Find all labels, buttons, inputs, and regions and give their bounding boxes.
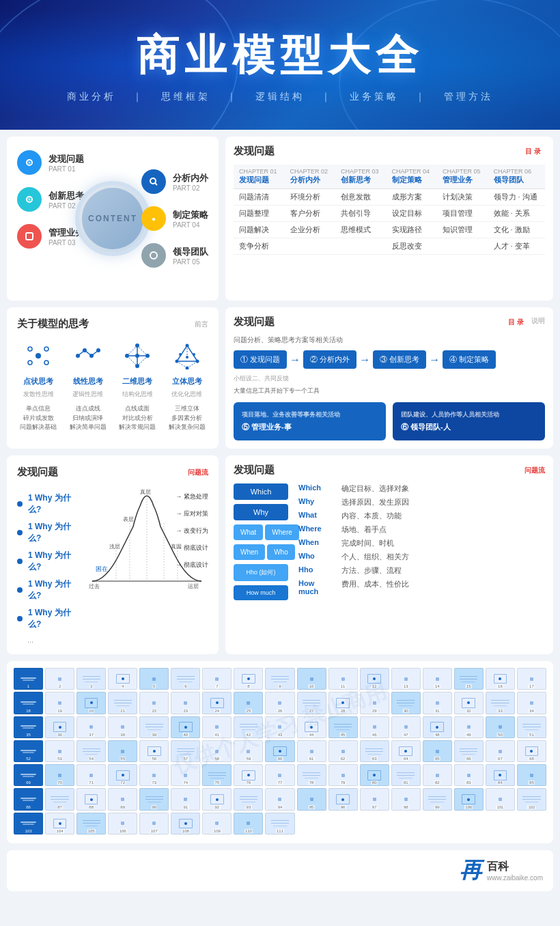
slide-thumb-88[interactable]: 88 xyxy=(76,788,106,810)
slide-thumb-1[interactable]: 1 xyxy=(14,668,43,690)
slide-thumb-60[interactable]: 60 xyxy=(265,740,294,762)
slide-thumb-15[interactable]: 15 xyxy=(454,668,484,690)
slide-thumb-7[interactable]: 7 xyxy=(202,668,232,690)
slide-thumb-65[interactable]: 65 xyxy=(423,740,452,762)
slide-thumb-45[interactable]: 45 xyxy=(328,716,358,738)
slide-thumb-107[interactable]: 107 xyxy=(139,813,169,834)
slide-thumb-70[interactable]: 70 xyxy=(45,764,74,786)
slide-thumb-85[interactable]: 85 xyxy=(517,764,546,786)
slide-thumb-49[interactable]: 49 xyxy=(454,716,484,738)
slide-thumb-98[interactable]: 98 xyxy=(391,788,421,810)
slide-thumb-111[interactable]: 111 xyxy=(265,813,294,834)
slide-thumb-78[interactable]: 78 xyxy=(297,764,326,786)
slide-thumb-86[interactable]: 86 xyxy=(14,788,43,810)
slide-thumb-79[interactable]: 79 xyxy=(328,764,358,786)
slide-thumb-10[interactable]: 10 xyxy=(297,668,326,690)
slide-thumb-64[interactable]: 64 xyxy=(391,740,421,762)
slide-thumb-94[interactable]: 94 xyxy=(265,788,294,810)
slide-thumb-52[interactable]: 52 xyxy=(14,740,43,762)
slide-thumb-93[interactable]: 93 xyxy=(234,788,263,810)
slide-thumb-97[interactable]: 97 xyxy=(360,788,389,810)
slide-thumb-42[interactable]: 42 xyxy=(234,716,263,738)
slide-thumb-95[interactable]: 95 xyxy=(297,788,326,810)
slide-thumb-61[interactable]: 61 xyxy=(297,740,326,762)
slide-thumb-3[interactable]: 3 xyxy=(76,668,106,690)
slide-thumb-108[interactable]: 108 xyxy=(171,813,200,834)
slide-thumb-12[interactable]: 12 xyxy=(360,668,389,690)
slide-thumb-9[interactable]: 9 xyxy=(265,668,294,690)
slide-thumb-99[interactable]: 99 xyxy=(423,788,452,810)
slide-thumb-30[interactable]: 30 xyxy=(391,692,421,714)
slide-thumb-4[interactable]: 4 xyxy=(108,668,137,690)
slide-thumb-109[interactable]: 109 xyxy=(202,813,232,834)
slide-thumb-87[interactable]: 87 xyxy=(45,788,74,810)
slide-thumb-50[interactable]: 50 xyxy=(486,716,515,738)
slide-thumb-26[interactable]: 26 xyxy=(265,692,294,714)
slide-thumb-77[interactable]: 77 xyxy=(265,764,294,786)
slide-thumb-104[interactable]: 104 xyxy=(45,813,74,834)
slide-thumb-53[interactable]: 53 xyxy=(45,740,74,762)
slide-thumb-28[interactable]: 28 xyxy=(328,692,358,714)
slide-thumb-24[interactable]: 24 xyxy=(202,692,232,714)
slide-thumb-36[interactable]: 36 xyxy=(45,716,74,738)
slide-thumb-51[interactable]: 51 xyxy=(517,716,546,738)
slide-thumb-14[interactable]: 14 xyxy=(423,668,452,690)
slide-thumb-103[interactable]: 103 xyxy=(14,813,43,834)
slide-thumb-48[interactable]: 48 xyxy=(423,716,452,738)
slide-thumb-84[interactable]: 84 xyxy=(486,764,515,786)
slide-thumb-75[interactable]: 75 xyxy=(202,764,232,786)
slide-thumb-38[interactable]: 38 xyxy=(108,716,137,738)
slide-thumb-66[interactable]: 66 xyxy=(454,740,484,762)
slide-thumb-92[interactable]: 92 xyxy=(202,788,232,810)
slide-thumb-31[interactable]: 31 xyxy=(423,692,452,714)
slide-thumb-16[interactable]: 16 xyxy=(486,668,515,690)
slide-thumb-34[interactable]: 34 xyxy=(517,692,546,714)
slide-thumb-33[interactable]: 33 xyxy=(486,692,515,714)
slide-thumb-13[interactable]: 13 xyxy=(391,668,421,690)
slide-thumb-83[interactable]: 83 xyxy=(454,764,484,786)
slide-thumb-89[interactable]: 89 xyxy=(108,788,137,810)
slide-thumb-41[interactable]: 41 xyxy=(202,716,232,738)
slide-thumb-67[interactable]: 67 xyxy=(486,740,515,762)
slide-thumb-102[interactable]: 102 xyxy=(517,788,546,810)
slide-thumb-90[interactable]: 90 xyxy=(139,788,169,810)
slide-thumb-73[interactable]: 73 xyxy=(139,764,169,786)
slide-thumb-56[interactable]: 56 xyxy=(139,740,169,762)
slide-thumb-106[interactable]: 106 xyxy=(108,813,137,834)
slide-thumb-23[interactable]: 23 xyxy=(171,692,200,714)
slide-thumb-35[interactable]: 35 xyxy=(14,716,43,738)
slide-thumb-43[interactable]: 43 xyxy=(265,716,294,738)
slide-thumb-68[interactable]: 68 xyxy=(517,740,546,762)
slide-thumb-54[interactable]: 54 xyxy=(76,740,106,762)
slide-thumb-62[interactable]: 62 xyxy=(328,740,358,762)
slide-thumb-110[interactable]: 110 xyxy=(234,813,263,834)
slide-thumb-59[interactable]: 59 xyxy=(234,740,263,762)
slide-thumb-81[interactable]: 81 xyxy=(391,764,421,786)
slide-thumb-57[interactable]: 57 xyxy=(171,740,200,762)
slide-thumb-80[interactable]: 80 xyxy=(360,764,389,786)
slide-thumb-19[interactable]: 19 xyxy=(45,692,74,714)
slide-thumb-2[interactable]: 2 xyxy=(45,668,74,690)
slide-thumb-8[interactable]: 8 xyxy=(234,668,263,690)
slide-thumb-72[interactable]: 72 xyxy=(108,764,137,786)
slide-thumb-22[interactable]: 22 xyxy=(139,692,169,714)
slide-thumb-91[interactable]: 91 xyxy=(171,788,200,810)
slide-thumb-5[interactable]: 5 xyxy=(139,668,169,690)
slide-thumb-82[interactable]: 82 xyxy=(423,764,452,786)
slide-thumb-11[interactable]: 11 xyxy=(328,668,358,690)
slide-thumb-44[interactable]: 44 xyxy=(297,716,326,738)
slide-thumb-69[interactable]: 69 xyxy=(14,764,43,786)
slide-thumb-17[interactable]: 17 xyxy=(517,668,546,690)
slide-thumb-63[interactable]: 63 xyxy=(360,740,389,762)
slide-thumb-37[interactable]: 37 xyxy=(76,716,106,738)
slide-thumb-25[interactable]: 25 xyxy=(234,692,263,714)
slide-thumb-71[interactable]: 71 xyxy=(76,764,106,786)
slide-thumb-74[interactable]: 74 xyxy=(171,764,200,786)
slide-thumb-27[interactable]: 27 xyxy=(297,692,326,714)
slide-thumb-76[interactable]: 76 xyxy=(234,764,263,786)
slide-thumb-96[interactable]: 96 xyxy=(328,788,358,810)
slide-thumb-39[interactable]: 39 xyxy=(139,716,169,738)
slide-thumb-101[interactable]: 101 xyxy=(486,788,515,810)
slide-thumb-18[interactable]: 18 xyxy=(14,692,43,714)
slide-thumb-47[interactable]: 47 xyxy=(391,716,421,738)
